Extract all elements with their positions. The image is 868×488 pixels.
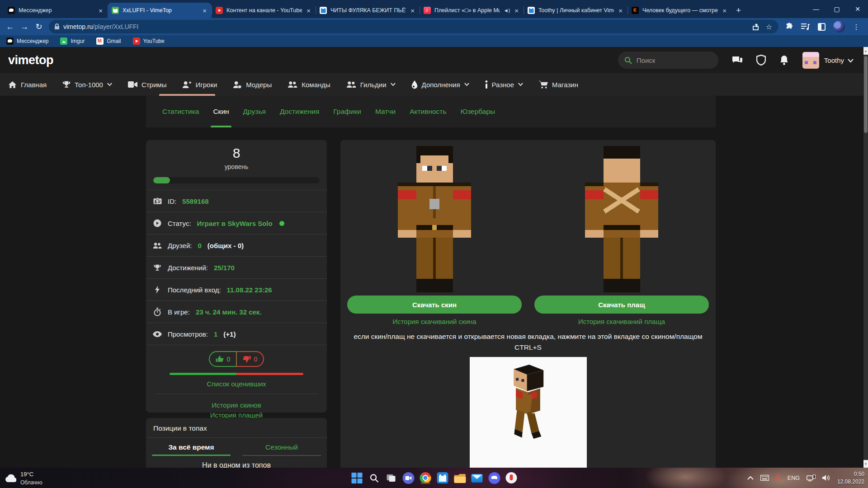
nav-item-streams[interactable]: Стримы [128, 81, 167, 89]
video-call-app-icon[interactable] [402, 472, 415, 484]
side-panel-icon[interactable] [818, 23, 826, 31]
address-bar[interactable]: vimetop.ru/player/XxLUFFI ☆ [49, 20, 778, 33]
chrome-app-icon[interactable] [420, 472, 432, 484]
skin-column: Скачать скин История скачиваний скина [347, 146, 522, 325]
vimeworld-app-icon[interactable] [437, 472, 449, 484]
nav-item-home[interactable]: Главная [8, 81, 47, 89]
scrollbar-thumb[interactable] [864, 56, 868, 133]
skin-history-link[interactable]: История скинов [212, 401, 261, 409]
browser-tab-vimeworld-2[interactable]: Toothy | Личный кабинет Vime × [524, 3, 627, 18]
page-scrollbar[interactable]: ▲ ▼ [863, 47, 868, 468]
tab-close-icon[interactable]: × [98, 7, 104, 14]
browser-tab-youtube[interactable]: Контент на канале - YouTube St × [212, 3, 316, 18]
site-logo[interactable]: vimetop [8, 53, 53, 67]
tab-achievements[interactable]: Достижения [280, 96, 319, 127]
nav-item-moders[interactable]: Модеры [233, 81, 272, 89]
language-indicator[interactable]: ENG [788, 475, 800, 481]
bookmark-gmail[interactable]: Gmail [96, 38, 121, 45]
clock-widget[interactable]: 0:50 12.08.2022 [837, 470, 864, 485]
taskbar-search-button[interactable] [368, 472, 380, 484]
like-button[interactable]: 0 [209, 351, 236, 367]
tab-close-icon[interactable]: × [618, 7, 623, 14]
browser-tab-vimetop-active[interactable]: XxLUFFI - VimeTop × [108, 3, 212, 18]
skin-downloads-history-link[interactable]: История скачиваний скина [392, 318, 476, 325]
microphone-icon[interactable] [776, 474, 781, 482]
back-button[interactable]: ← [3, 19, 17, 34]
start-button[interactable] [351, 472, 363, 484]
music-list-extension-icon[interactable] [801, 23, 810, 30]
dislike-button[interactable]: 0 [236, 351, 264, 367]
scrollbar-up-arrow[interactable]: ▲ [863, 47, 868, 55]
tab-seasonal[interactable]: Сезонный [236, 443, 327, 456]
raters-list-link[interactable]: Список оценивших [207, 380, 266, 388]
window-maximize-button[interactable]: ▢ [826, 0, 847, 18]
tab-statistics[interactable]: Статистика [162, 96, 199, 127]
nav-item-shop[interactable]: Магазин [539, 80, 578, 89]
nav-item-teams[interactable]: Команды [288, 81, 330, 89]
tab-close-icon[interactable]: × [722, 7, 727, 14]
tray-expand-chevron[interactable] [747, 476, 754, 480]
nav-item-top1000[interactable]: Топ-1000 [62, 80, 112, 89]
bookmark-imgur[interactable]: Imgur [60, 38, 85, 45]
browser-profile-avatar[interactable] [833, 21, 845, 33]
cape-downloads-history-link[interactable]: История скачиваний плаща [578, 318, 665, 325]
tab-close-icon[interactable]: × [202, 7, 208, 14]
notifications-bell-button[interactable] [779, 55, 789, 66]
window-close-button[interactable]: ✕ [847, 0, 868, 18]
discord-app-icon[interactable] [488, 472, 500, 484]
mouse-settings-app-icon[interactable] [505, 472, 518, 484]
browser-tab-vimeworld-1[interactable]: ЧИТЫ ФУЛЯКА БЕЖИТ ПЬЁТ СК × [316, 3, 420, 18]
browser-menu-icon[interactable]: ⋮ [853, 23, 860, 31]
rating-ratio-bar [170, 373, 303, 375]
file-explorer-icon[interactable] [454, 472, 466, 484]
nav-item-players[interactable]: Игроки [182, 81, 217, 89]
bookmark-youtube[interactable]: YouTube [133, 38, 165, 45]
tab-title: Контент на канале - YouTube St [226, 7, 302, 14]
tab-close-icon[interactable]: × [410, 7, 415, 14]
bookmark-messenger[interactable]: Мессенджер [6, 38, 48, 45]
window-minimize-button[interactable]: — [806, 0, 826, 18]
nav-item-addons[interactable]: Дополнения [411, 80, 469, 89]
tab-userbars[interactable]: Юзербары [461, 96, 495, 127]
network-icon[interactable] [807, 474, 816, 482]
tab-close-icon[interactable]: × [514, 7, 519, 14]
download-skin-button[interactable]: Скачать скин [347, 296, 522, 314]
nav-item-misc[interactable]: Разное [485, 80, 524, 89]
tab-close-icon[interactable]: × [306, 7, 311, 14]
weather-widget[interactable]: 19°CОблачно [5, 470, 42, 486]
player-stats-card: 8 уровень ID: 5589168 Статус: Играет в S… [146, 140, 327, 413]
nav-item-guilds[interactable]: Гильдии [346, 81, 396, 89]
volume-icon[interactable] [822, 474, 830, 481]
browser-tab-apple-music[interactable]: Плейлист «□» в Apple Musi ◄) × [420, 3, 524, 18]
tab-matches[interactable]: Матчи [375, 96, 396, 127]
new-tab-button[interactable]: + [731, 3, 745, 18]
tab-activity[interactable]: Активность [410, 96, 446, 127]
site-search[interactable] [618, 52, 718, 69]
messages-button[interactable] [732, 56, 743, 65]
user-name[interactable]: Toothy [824, 56, 844, 64]
scrollbar-down-arrow[interactable]: ▼ [863, 460, 868, 468]
forward-button[interactable]: → [17, 19, 32, 34]
bookmark-star-icon[interactable]: ☆ [762, 21, 776, 33]
user-menu-chevron-icon[interactable] [848, 59, 854, 63]
bookmark-label: Imgur [71, 38, 85, 44]
share-icon[interactable] [749, 21, 762, 33]
download-cape-button[interactable]: Скачать плащ [534, 296, 709, 314]
vimeworld-owl-favicon [528, 7, 535, 14]
tab-charts[interactable]: Графики [333, 96, 361, 127]
touch-keyboard-icon[interactable] [760, 475, 769, 481]
extensions-puzzle-icon[interactable] [785, 23, 793, 31]
tab-audio-icon[interactable]: ◄) [504, 8, 510, 13]
browser-tab-messenger[interactable]: Мессенджер × [4, 3, 108, 18]
mail-app-icon[interactable] [471, 472, 483, 484]
browser-tab-kinopoisk[interactable]: Человек будущего — смотрет × [627, 3, 731, 18]
task-view-button[interactable] [385, 472, 397, 484]
shield-button[interactable] [756, 55, 766, 66]
user-avatar[interactable] [802, 52, 819, 69]
reload-button[interactable]: ↻ [32, 19, 46, 34]
tab-alltime[interactable]: За всё время [146, 443, 236, 456]
tab-friends[interactable]: Друзья [243, 96, 266, 127]
divider [146, 437, 327, 438]
tab-skin[interactable]: Скин [213, 96, 229, 127]
search-input[interactable] [637, 56, 704, 64]
